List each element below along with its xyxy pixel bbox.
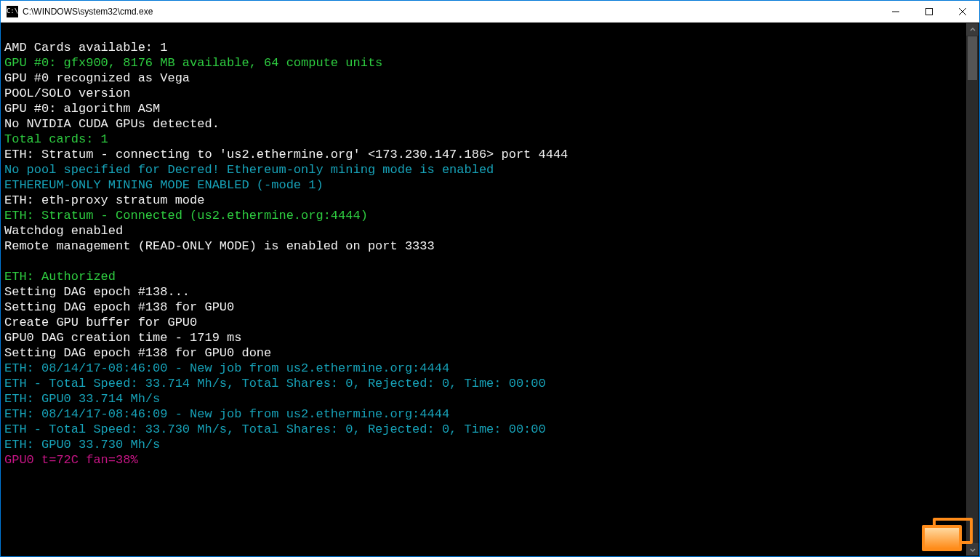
window-title: C:\WINDOWS\system32\cmd.exe <box>23 7 153 17</box>
close-icon <box>959 8 966 15</box>
terminal-line: GPU #0: algorithm ASM <box>4 101 963 116</box>
watermark-logo <box>922 518 973 551</box>
titlebar[interactable]: C:\ C:\WINDOWS\system32\cmd.exe <box>1 1 979 23</box>
terminal-line: Total cards: 1 <box>4 132 963 147</box>
maximize-icon <box>925 8 933 15</box>
terminal-line: Setting DAG epoch #138... <box>4 284 963 300</box>
terminal-line: Remote management (READ-ONLY MODE) is en… <box>4 239 963 254</box>
terminal-line: ETH: Authorized <box>4 269 963 284</box>
terminal-line: ETH - Total Speed: 33.730 Mh/s, Total Sh… <box>4 422 963 437</box>
terminal-line: Setting DAG epoch #138 for GPU0 done <box>4 345 963 361</box>
close-button[interactable] <box>946 1 979 23</box>
terminal-line: GPU #0 recognized as Vega <box>4 71 963 86</box>
terminal-line: ETH: eth-proxy stratum mode <box>4 193 963 208</box>
terminal-line: GPU #0: gfx900, 8176 MB available, 64 co… <box>4 55 963 71</box>
terminal-line: GPU0 t=72C fan=38% <box>4 452 963 468</box>
terminal-line: ETH: Stratum - Connected (us2.ethermine.… <box>4 208 963 223</box>
terminal-line <box>4 25 963 40</box>
terminal-line: POOL/SOLO version <box>4 86 963 101</box>
terminal-output[interactable]: AMD Cards available: 1GPU #0: gfx900, 81… <box>1 23 966 556</box>
scroll-thumb[interactable] <box>968 36 977 80</box>
scroll-up-button[interactable] <box>966 23 979 36</box>
terminal-line <box>4 254 963 269</box>
terminal-line: No pool specified for Decred! Ethereum-o… <box>4 162 963 177</box>
terminal-line: ETH: 08/14/17-08:46:00 - New job from us… <box>4 361 963 376</box>
terminal-line: ETH: GPU0 33.730 Mh/s <box>4 437 963 452</box>
chevron-up-icon <box>970 27 976 33</box>
terminal-line: Setting DAG epoch #138 for GPU0 <box>4 300 963 315</box>
terminal-line: ETH: GPU0 33.714 Mh/s <box>4 391 963 406</box>
cmd-window: C:\ C:\WINDOWS\system32\cmd.exe AMD Card… <box>0 0 980 557</box>
terminal-line: No NVIDIA CUDA GPUs detected. <box>4 116 963 132</box>
cmd-icon: C:\ <box>7 6 18 17</box>
vertical-scrollbar[interactable] <box>966 23 979 556</box>
terminal-line: Create GPU buffer for GPU0 <box>4 315 963 330</box>
maximize-button[interactable] <box>912 1 946 23</box>
terminal-line: ETH: 08/14/17-08:46:09 - New job from us… <box>4 406 963 422</box>
terminal-line: GPU0 DAG creation time - 1719 ms <box>4 330 963 345</box>
terminal-line: ETHEREUM-ONLY MINING MODE ENABLED (-mode… <box>4 177 963 193</box>
minimize-icon <box>892 8 899 15</box>
client-area: AMD Cards available: 1GPU #0: gfx900, 81… <box>1 23 979 556</box>
svg-rect-1 <box>926 8 933 15</box>
terminal-line: AMD Cards available: 1 <box>4 40 963 55</box>
terminal-line: ETH: Stratum - connecting to 'us2.etherm… <box>4 147 963 162</box>
terminal-line: Watchdog enabled <box>4 223 963 239</box>
terminal-line: ETH - Total Speed: 33.714 Mh/s, Total Sh… <box>4 376 963 391</box>
minimize-button[interactable] <box>879 1 912 23</box>
